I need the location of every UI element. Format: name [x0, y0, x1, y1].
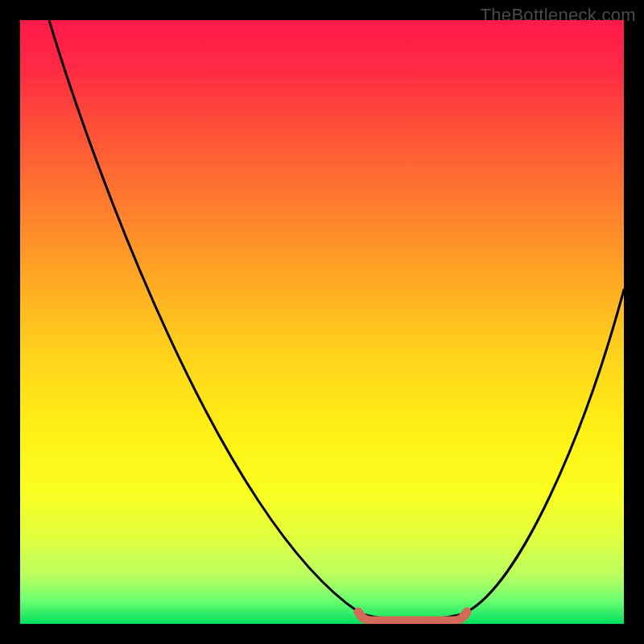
chart-container: TheBottleneck.com [0, 0, 644, 644]
gradient-plot-area [20, 20, 624, 624]
